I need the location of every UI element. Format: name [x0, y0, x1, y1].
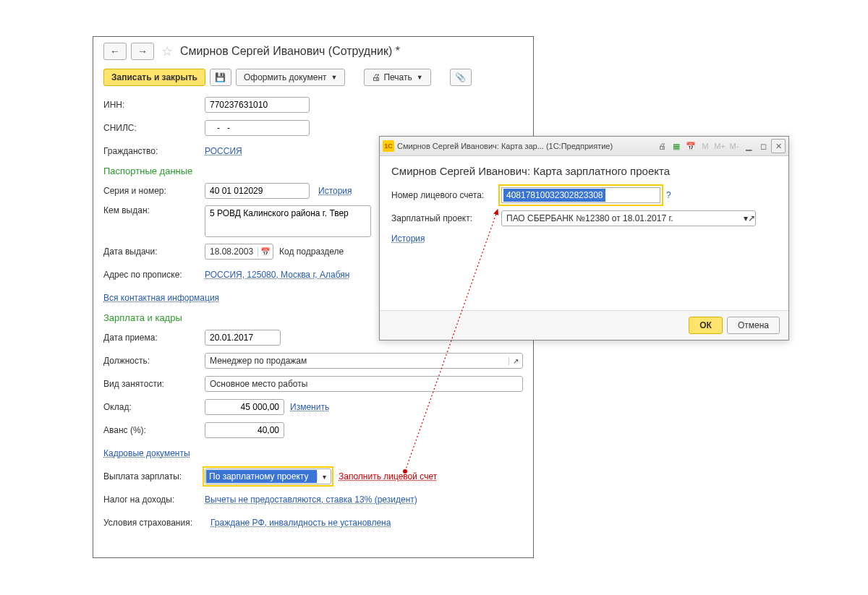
- salary-card-dialog: 1С Смирнов Сергей Иванович: Карта зар...…: [379, 136, 789, 341]
- hire-date-input[interactable]: [205, 330, 281, 346]
- save-button[interactable]: 💾: [210, 69, 231, 86]
- titlebar-print-icon[interactable]: 🖨: [655, 140, 668, 153]
- dialog-history-link[interactable]: История: [391, 234, 425, 244]
- titlebar-calendar-icon[interactable]: 📅: [684, 140, 697, 153]
- ok-button[interactable]: ОК: [689, 317, 723, 334]
- hr-docs-link[interactable]: Кадровые документы: [103, 448, 190, 458]
- tax-link[interactable]: Вычеты не предоставляются, ставка 13% (р…: [205, 495, 417, 505]
- page-title: Смирнов Сергей Иванович (Сотрудник) *: [180, 45, 400, 58]
- titlebar-calc-icon[interactable]: ▦: [670, 140, 683, 153]
- forward-button[interactable]: →: [131, 43, 154, 60]
- insurance-label: Условия страхования:: [103, 518, 210, 528]
- inn-input[interactable]: [205, 97, 310, 113]
- titlebar-m-minus-icon: M-: [728, 140, 741, 153]
- chevron-down-icon: ▼: [417, 74, 423, 81]
- close-icon[interactable]: ✕: [771, 139, 786, 153]
- citizenship-link[interactable]: РОССИЯ: [205, 146, 242, 156]
- print-button[interactable]: 🖨 Печать ▼: [364, 69, 430, 86]
- open-icon[interactable]: ↗: [748, 213, 755, 223]
- account-label: Номер лицевого счета:: [391, 190, 501, 200]
- dialog-titlebar[interactable]: 1С Смирнов Сергей Иванович: Карта зар...…: [380, 137, 788, 156]
- chevron-down-icon: ▼: [331, 74, 338, 81]
- inn-label: ИНН:: [103, 100, 205, 110]
- citizenship-label: Гражданство:: [103, 146, 205, 156]
- position-combo[interactable]: Менеджер по продажам ↗: [205, 353, 523, 369]
- snils-input[interactable]: [205, 120, 310, 136]
- project-combo[interactable]: ПАО СБЕРБАНК №12380 от 18.01.2017 г. ▾ ↗: [501, 210, 756, 226]
- employment-combo[interactable]: Основное место работы: [205, 376, 523, 392]
- create-document-button[interactable]: Оформить документ ▼: [236, 69, 345, 86]
- issued-date-label: Дата выдачи:: [103, 247, 205, 257]
- tax-label: Налог на доходы:: [103, 495, 205, 505]
- account-input[interactable]: 40817810032302823308: [501, 187, 660, 203]
- back-button[interactable]: ←: [103, 43, 127, 60]
- advance-label: Аванс (%):: [103, 425, 205, 435]
- open-icon[interactable]: ↗: [509, 357, 522, 365]
- titlebar-m-icon: M: [699, 140, 712, 153]
- fill-account-link[interactable]: Заполнить лицевой счет: [339, 471, 437, 481]
- snils-label: СНИЛС:: [103, 123, 205, 133]
- passport-history-link[interactable]: История: [318, 186, 352, 196]
- cancel-button[interactable]: Отмена: [727, 317, 780, 334]
- help-icon[interactable]: ?: [666, 190, 671, 200]
- address-link[interactable]: РОССИЯ, 125080, Москва г, Алабян: [205, 270, 349, 280]
- issued-date-input[interactable]: 18.08.2003 📅: [205, 244, 273, 260]
- save-close-button[interactable]: Записать и закрыть: [103, 69, 205, 86]
- employment-label: Вид занятости:: [103, 379, 205, 389]
- hire-date-label: Дата приема:: [103, 333, 205, 343]
- salary-label: Оклад:: [103, 402, 205, 412]
- minimize-icon[interactable]: ▁: [742, 140, 755, 153]
- chevron-down-icon[interactable]: ▾: [317, 473, 331, 481]
- project-label: Зарплатный проект:: [391, 213, 501, 223]
- paperclip-icon: 📎: [455, 72, 466, 82]
- attach-button[interactable]: 📎: [450, 69, 472, 86]
- dialog-title: Смирнов Сергей Иванович: Карта зарплатно…: [391, 165, 777, 177]
- floppy-icon: 💾: [215, 72, 226, 82]
- series-label: Серия и номер:: [103, 186, 205, 196]
- insurance-link[interactable]: Граждане РФ, инвалидность не установлена: [210, 518, 391, 528]
- advance-input[interactable]: [205, 422, 284, 438]
- series-input[interactable]: [205, 183, 310, 199]
- payout-combo[interactable]: По зарплатному проекту ▾: [205, 468, 331, 484]
- all-contact-info-link[interactable]: Вся контактная информация: [103, 293, 219, 303]
- change-salary-link[interactable]: Изменить: [290, 402, 329, 412]
- one-c-logo-icon: 1С: [383, 140, 394, 152]
- maximize-icon[interactable]: ◻: [757, 140, 770, 153]
- position-label: Должность:: [103, 356, 205, 366]
- address-label: Адрес по прописке:: [103, 270, 205, 280]
- payout-label: Выплата зарплаты:: [103, 471, 205, 481]
- issued-by-input[interactable]: [205, 205, 371, 237]
- favorite-star-icon[interactable]: ☆: [161, 43, 173, 59]
- dept-code-label: Код подразделе: [279, 247, 344, 257]
- dialog-titlebar-text: Смирнов Сергей Иванович: Карта зар... (1…: [397, 142, 655, 150]
- calendar-icon[interactable]: 📅: [258, 247, 273, 257]
- salary-input[interactable]: [205, 399, 284, 415]
- issued-by-label: Кем выдан:: [103, 205, 205, 215]
- printer-icon: 🖨: [372, 72, 380, 82]
- titlebar-m-plus-icon: M+: [713, 140, 726, 153]
